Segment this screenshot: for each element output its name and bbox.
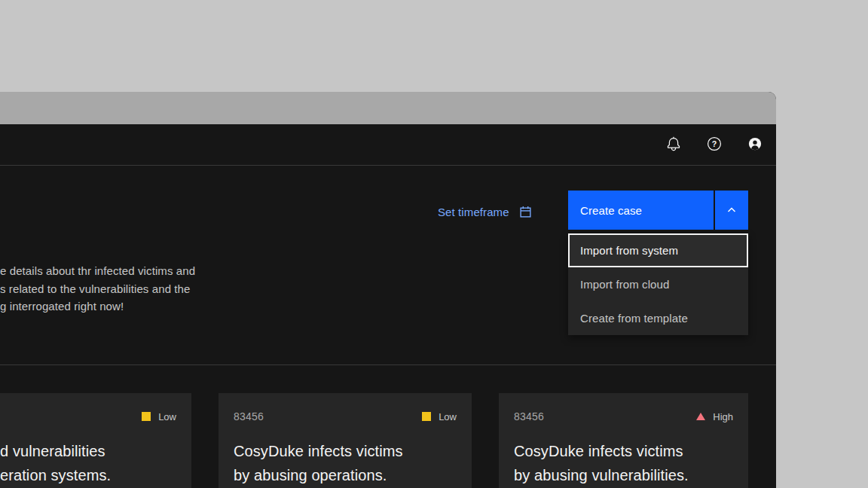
card-header-row: Low	[0, 410, 176, 423]
case-title-line: by abusing vulnerabilities.	[514, 463, 733, 487]
notifications-button[interactable]	[656, 127, 692, 163]
intro-text: e details about thr infected victims and…	[0, 262, 195, 316]
severity-low-icon	[142, 412, 151, 421]
intro-line: s related to the vulnerabilities and the	[0, 280, 195, 298]
case-title-line: by abusing operations.	[234, 463, 457, 487]
section-divider	[0, 364, 776, 365]
app-header: ?	[0, 124, 776, 166]
intro-line: e details about thr infected victims and	[0, 262, 195, 280]
window-titlebar	[0, 92, 776, 124]
card-header-row: 83456 High	[514, 410, 733, 423]
help-button[interactable]: ?	[696, 127, 732, 163]
severity-low-icon	[422, 412, 431, 421]
notification-bell-icon	[666, 136, 681, 154]
case-title-line: CosyDuke infects victims	[514, 439, 733, 463]
case-card[interactable]: 83456 Low CosyDuke infects victims by ab…	[219, 393, 472, 488]
case-card[interactable]: 83456 High CosyDuke infects victims by a…	[499, 393, 748, 488]
severity-badge: Low	[422, 411, 457, 422]
menu-item-import-from-system[interactable]: Import from system	[568, 233, 748, 267]
severity-high-icon	[696, 413, 705, 420]
case-id: 83456	[234, 410, 264, 422]
case-card[interactable]: Low d vulnerabilities eration systems.	[0, 393, 191, 488]
case-id: 83456	[514, 410, 544, 422]
calendar-icon	[519, 206, 532, 218]
screenshot-stage: ? Set timeframe	[0, 0, 868, 488]
create-case-menu: Import from system Import from cloud Cre…	[568, 233, 748, 335]
severity-label: Low	[439, 411, 457, 422]
create-case-split-button: Create case	[568, 191, 748, 230]
case-title: CosyDuke infects victims by abusing oper…	[234, 439, 457, 487]
set-timeframe-link[interactable]: Set timeframe	[438, 206, 532, 218]
severity-label: High	[713, 411, 733, 422]
menu-item-import-from-cloud[interactable]: Import from cloud	[568, 267, 748, 301]
user-avatar-icon	[747, 136, 763, 154]
card-header-row: 83456 Low	[234, 410, 457, 423]
case-title: CosyDuke infects victims by abusing vuln…	[514, 439, 733, 487]
create-case-menu-toggle[interactable]	[714, 191, 748, 230]
case-title: d vulnerabilities eration systems.	[0, 439, 176, 487]
help-icon: ?	[707, 136, 722, 154]
severity-badge: Low	[142, 411, 176, 422]
case-title-line: eration systems.	[0, 463, 176, 487]
chevron-up-icon	[726, 204, 738, 216]
severity-badge: High	[696, 411, 733, 422]
svg-text:?: ?	[712, 139, 717, 148]
set-timeframe-label: Set timeframe	[438, 206, 509, 218]
intro-line: g interrogated right now!	[0, 297, 195, 316]
severity-label: Low	[158, 411, 176, 422]
create-case-button[interactable]: Create case	[568, 191, 714, 230]
case-title-line: CosyDuke infects victims	[234, 439, 457, 463]
menu-item-create-from-template[interactable]: Create from template	[568, 301, 748, 335]
user-avatar-button[interactable]	[737, 127, 773, 163]
case-title-line: d vulnerabilities	[0, 439, 176, 463]
